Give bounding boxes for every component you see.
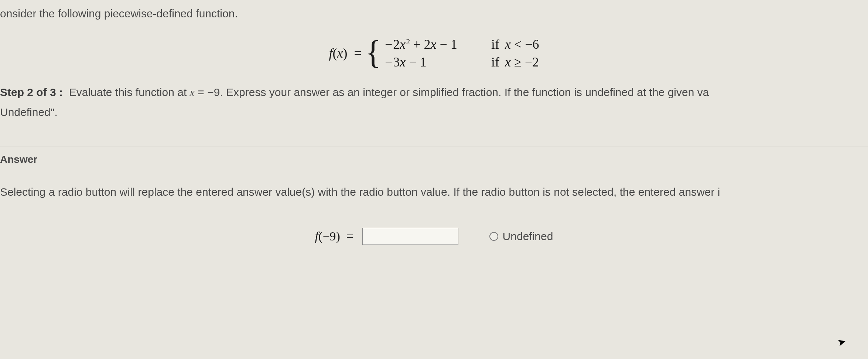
radio-icon — [489, 232, 498, 241]
undefined-label: Undefined — [503, 230, 553, 243]
piece-1: −2x2 + 2x − 1 if x < −6 — [384, 37, 539, 52]
cursor-icon: ➤ — [836, 335, 847, 349]
undefined-radio[interactable]: Undefined — [489, 230, 553, 243]
step-instruction-line2: Undefined". — [0, 105, 868, 124]
radio-note: Selecting a radio button will replace th… — [0, 186, 868, 228]
step-label: Step 2 of 3 : — [0, 86, 63, 98]
equals-sign: = — [350, 45, 365, 61]
function-lhs: f(x) — [329, 45, 350, 61]
answer-area: f(−9) = Undefined — [0, 228, 868, 245]
piecewise-function-display: f(x) = { −2x2 + 2x − 1 if x < — [0, 33, 868, 85]
answer-lhs: f(−9) = — [315, 229, 353, 243]
answer-input[interactable] — [362, 228, 458, 245]
question-intro: onsider the following piecewise-defined … — [0, 0, 868, 33]
step-instruction: Step 2 of 3 : Evaluate this function at … — [0, 85, 868, 105]
left-brace: { — [365, 36, 384, 69]
piece-2: −3x − 1 if x ≥ −2 — [384, 54, 539, 70]
answer-heading: Answer — [0, 147, 868, 186]
